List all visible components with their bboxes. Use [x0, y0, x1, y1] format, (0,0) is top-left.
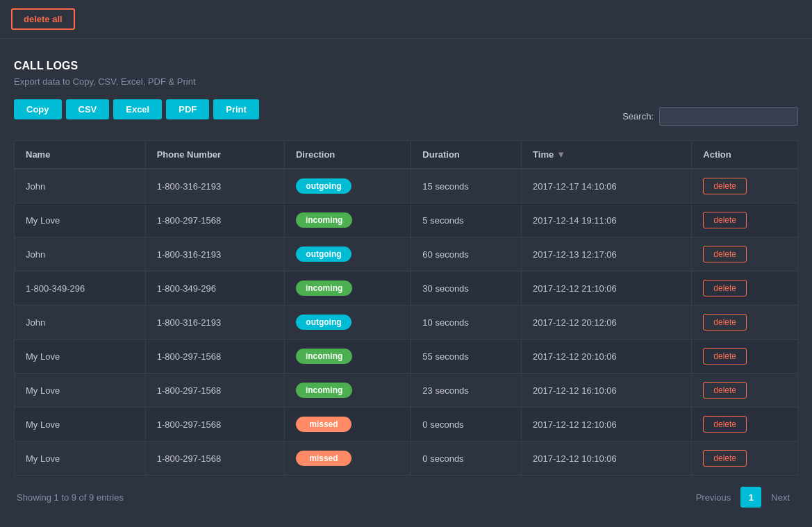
cell-direction: incoming [284, 340, 411, 374]
section-title: CALL LOGS [14, 60, 798, 72]
page-1-button[interactable]: 1 [740, 487, 761, 508]
col-header-phone-number: Phone Number [145, 141, 284, 169]
delete-row-1-button[interactable]: delete [703, 212, 747, 228]
delete-row-8-button[interactable]: delete [703, 450, 747, 467]
table-row: John1-800-316-2193outgoing15 seconds2017… [15, 169, 798, 203]
cell-time: 2017-12-12 21:10:06 [522, 271, 692, 306]
cell-name: My Love [15, 374, 146, 408]
col-header-name: Name [15, 141, 146, 169]
cell-name: John [15, 306, 146, 340]
cell-duration: 15 seconds [411, 169, 522, 203]
sort-icon: ▼ [556, 149, 565, 160]
cell-duration: 10 seconds [411, 306, 522, 340]
cell-name: My Love [15, 442, 146, 476]
cell-phone: 1-800-297-1568 [145, 203, 284, 237]
delete-row-6-button[interactable]: delete [703, 382, 747, 399]
table-row: My Love1-800-297-1568incoming55 seconds2… [15, 340, 798, 374]
export-csv-button[interactable]: CSV [66, 99, 110, 119]
export-buttons-group: CopyCSVExcelPDFPrint [14, 99, 259, 119]
badge-outgoing: outgoing [296, 315, 351, 330]
badge-outgoing: outgoing [296, 246, 351, 262]
delete-row-7-button[interactable]: delete [703, 416, 747, 433]
table-row: 1-800-349-2961-800-349-296incoming30 sec… [15, 271, 798, 306]
table-row: My Love1-800-297-1568incoming5 seconds20… [15, 203, 798, 237]
cell-direction: incoming [284, 203, 411, 237]
cell-duration: 23 seconds [411, 374, 522, 408]
table-header: NamePhone NumberDirectionDurationTime ▼A… [15, 141, 798, 169]
cell-time: 2017-12-12 20:10:06 [522, 340, 692, 374]
search-bar: Search: [622, 107, 798, 126]
cell-duration: 0 seconds [411, 408, 522, 442]
cell-time: 2017-12-17 14:10:06 [522, 169, 692, 203]
cell-direction: outgoing [284, 237, 411, 271]
top-bar: delete all [0, 0, 812, 39]
cell-direction: outgoing [284, 306, 411, 340]
cell-phone: 1-800-316-2193 [145, 306, 284, 340]
cell-time: 2017-12-12 10:10:06 [522, 442, 692, 476]
cell-action: delete [692, 169, 798, 203]
table-row: John1-800-316-2193outgoing10 seconds2017… [15, 306, 798, 340]
delete-row-4-button[interactable]: delete [703, 314, 747, 331]
table-row: My Love1-800-297-1568missed0 seconds2017… [15, 442, 798, 476]
cell-phone: 1-800-297-1568 [145, 408, 284, 442]
cell-duration: 55 seconds [411, 340, 522, 374]
badge-incoming: incoming [296, 212, 352, 228]
cell-name: My Love [15, 203, 146, 237]
badge-incoming: incoming [296, 349, 352, 364]
cell-action: delete [692, 237, 798, 271]
cell-duration: 60 seconds [411, 237, 522, 271]
call-logs-table: NamePhone NumberDirectionDurationTime ▼A… [14, 140, 798, 476]
export-copy-button[interactable]: Copy [14, 99, 62, 119]
cell-time: 2017-12-14 19:11:06 [522, 203, 692, 237]
badge-missed: missed [296, 451, 351, 466]
cell-phone: 1-800-297-1568 [145, 340, 284, 374]
cell-time: 2017-12-12 20:12:06 [522, 306, 692, 340]
toolbar-row: CopyCSVExcelPDFPrint Search: [14, 99, 798, 133]
table-row: My Love1-800-297-1568missed0 seconds2017… [15, 408, 798, 442]
pagination: Previous 1 Next [690, 487, 795, 508]
next-button[interactable]: Next [765, 490, 795, 505]
delete-all-button[interactable]: delete all [11, 8, 75, 30]
previous-button[interactable]: Previous [690, 490, 737, 505]
col-header-action: Action [692, 141, 798, 169]
delete-row-3-button[interactable]: delete [703, 280, 747, 296]
cell-name: My Love [15, 340, 146, 374]
showing-entries: Showing 1 to 9 of 9 entries [17, 492, 124, 503]
cell-direction: missed [284, 442, 411, 476]
export-pdf-button[interactable]: PDF [166, 99, 209, 119]
cell-direction: missed [284, 408, 411, 442]
table-footer: Showing 1 to 9 of 9 entries Previous 1 N… [14, 476, 798, 519]
table-row: My Love1-800-297-1568incoming23 seconds2… [15, 374, 798, 408]
cell-phone: 1-800-316-2193 [145, 237, 284, 271]
cell-direction: incoming [284, 271, 411, 306]
export-label: Export data to Copy, CSV, Excel, PDF & P… [14, 76, 798, 87]
badge-missed: missed [296, 417, 351, 432]
cell-name: John [15, 169, 146, 203]
badge-incoming: incoming [296, 383, 352, 398]
search-input[interactable] [659, 107, 798, 126]
cell-action: delete [692, 340, 798, 374]
header-row: NamePhone NumberDirectionDurationTime ▼A… [15, 141, 798, 169]
cell-duration: 30 seconds [411, 271, 522, 306]
cell-direction: incoming [284, 374, 411, 408]
search-label: Search: [622, 111, 654, 122]
table-row: John1-800-316-2193outgoing60 seconds2017… [15, 237, 798, 271]
export-excel-button[interactable]: Excel [113, 99, 162, 119]
cell-phone: 1-800-349-296 [145, 271, 284, 306]
export-print-button[interactable]: Print [213, 99, 259, 119]
cell-action: delete [692, 306, 798, 340]
badge-incoming: incoming [296, 281, 352, 296]
cell-duration: 0 seconds [411, 442, 522, 476]
table-body: John1-800-316-2193outgoing15 seconds2017… [15, 169, 798, 476]
delete-row-5-button[interactable]: delete [703, 348, 747, 365]
cell-name: John [15, 237, 146, 271]
delete-row-2-button[interactable]: delete [703, 246, 747, 262]
table-wrapper: NamePhone NumberDirectionDurationTime ▼A… [14, 140, 798, 476]
col-header-duration: Duration [411, 141, 522, 169]
cell-time: 2017-12-13 12:17:06 [522, 237, 692, 271]
delete-row-0-button[interactable]: delete [703, 178, 747, 194]
cell-time: 2017-12-12 12:10:06 [522, 408, 692, 442]
badge-outgoing: outgoing [296, 178, 351, 194]
cell-phone: 1-800-297-1568 [145, 442, 284, 476]
cell-direction: outgoing [284, 169, 411, 203]
